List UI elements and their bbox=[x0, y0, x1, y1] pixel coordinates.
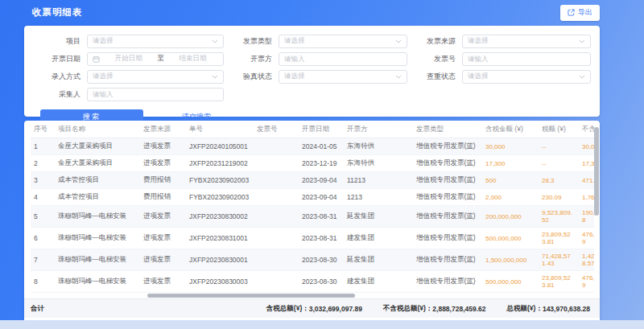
horizontal-scrollbar[interactable] bbox=[31, 293, 593, 298]
cell-source: 进项发票 bbox=[140, 271, 186, 293]
cell-type: 增值税专用发票(蓝) bbox=[413, 206, 482, 228]
cell-source: 费用报销 bbox=[140, 172, 186, 189]
table-header-row: 序号项目名称发票来源单号发票号开票日期开票方发票类型含税金额 (¥)税额 (¥)… bbox=[31, 121, 594, 138]
cell-orderNo: JXFP20230830002 bbox=[186, 206, 254, 228]
table-row[interactable]: 5珠穆朗玛峰—电梯安装进项发票JXFP202308300022023-08-31… bbox=[31, 206, 594, 228]
dup-status-select[interactable]: 请选择 bbox=[462, 70, 591, 84]
party-input[interactable] bbox=[284, 55, 402, 63]
export-button[interactable]: 导出 bbox=[560, 5, 600, 21]
chevron-down-icon bbox=[212, 39, 218, 43]
cell-taxIncluded: 500,000,000 bbox=[482, 228, 539, 249]
cell-date: 2023-12-19 bbox=[299, 155, 344, 172]
background-bottom-strip bbox=[0, 320, 644, 329]
filter-field-invoice-type: 发票类型 请选择 bbox=[224, 32, 407, 50]
cell-party: 延发集团 bbox=[344, 206, 413, 228]
filter-field-verify-status: 验真状态 请选择 bbox=[224, 68, 407, 85]
invoice-type-label: 发票类型 bbox=[224, 36, 279, 47]
cell-project: 金座大厦采购项目 bbox=[55, 138, 140, 155]
cell-type: 增值税专用发票(蓝) bbox=[413, 271, 482, 293]
column-header-project: 项目名称 bbox=[55, 121, 140, 138]
vertical-scrollbar-thumb[interactable] bbox=[594, 127, 599, 216]
cell-tax: -- bbox=[539, 138, 579, 155]
cell-taxExcluded: 17,300 bbox=[579, 155, 594, 172]
invoice-source-label: 发票来源 bbox=[407, 36, 462, 47]
cell-taxIncluded: 17,300 bbox=[482, 155, 539, 172]
dup-status-placeholder: 请选择 bbox=[468, 72, 489, 81]
cell-type: 增值税专用发票(蓝) bbox=[413, 189, 482, 206]
cell-index: 1 bbox=[31, 138, 55, 155]
cell-tax: -- bbox=[539, 155, 579, 172]
table-row[interactable]: 4成本管控项目费用报销FYBX202309020032023-09-041213… bbox=[31, 189, 594, 206]
date-end-placeholder: 结束日期 bbox=[167, 54, 218, 64]
cell-type: 增值税专用发票(蓝) bbox=[413, 138, 482, 155]
filter-field-dup-status: 查重状态 请选择 bbox=[407, 68, 591, 85]
invoice-date-label: 开票日期 bbox=[32, 54, 87, 64]
cell-taxExcluded: 1,769.91 bbox=[579, 189, 594, 206]
filter-field-party: 开票方 bbox=[224, 50, 407, 68]
cell-invoiceNo bbox=[254, 155, 299, 172]
cell-party: 建发集团 bbox=[344, 228, 413, 249]
column-header-party: 开票方 bbox=[344, 121, 413, 138]
cell-taxExcluded: 190,476,190.48 bbox=[579, 206, 594, 228]
cell-orderNo: JXFP20240105001 bbox=[186, 138, 254, 155]
invoice-type-placeholder: 请选择 bbox=[284, 36, 305, 46]
chevron-down-icon bbox=[579, 75, 585, 79]
cell-date: 2023-09-04 bbox=[299, 189, 344, 206]
filter-panel: 项目 请选择 发票类型 请选择 发票来源 请选择 开票日期 bbox=[24, 26, 600, 117]
cell-party: 1213 bbox=[344, 189, 413, 206]
entry-method-placeholder: 请选择 bbox=[93, 72, 114, 81]
cell-index: 5 bbox=[31, 206, 55, 228]
column-header-orderNo: 单号 bbox=[186, 121, 254, 138]
collector-input[interactable] bbox=[93, 90, 218, 98]
invoice-no-input-wrap bbox=[462, 52, 591, 66]
cell-invoiceNo bbox=[254, 206, 299, 228]
table-row[interactable]: 7珠穆朗玛峰—电梯安装进项发票JXFP202308300012023-08-30… bbox=[31, 249, 594, 271]
cell-project: 珠穆朗玛峰—电梯安装 bbox=[55, 206, 140, 228]
project-select[interactable]: 请选择 bbox=[87, 35, 224, 48]
cell-type: 增值税专用发票(蓝) bbox=[413, 228, 482, 249]
calendar-icon bbox=[93, 56, 100, 63]
total-tax-included-value: 3,032,699,097.89 bbox=[309, 305, 362, 313]
column-header-source: 发票来源 bbox=[140, 121, 186, 138]
invoice-no-input[interactable] bbox=[468, 55, 585, 63]
table-row[interactable]: 8珠穆朗玛峰—电梯安装进项发票JXFP202308300032023-08-30… bbox=[31, 271, 594, 293]
cell-invoiceNo bbox=[254, 172, 299, 189]
export-icon bbox=[568, 9, 575, 16]
cell-index: 7 bbox=[31, 249, 55, 271]
cell-date: 2023-08-30 bbox=[299, 271, 344, 293]
cell-taxExcluded: 30,000 bbox=[579, 138, 594, 155]
chevron-down-icon bbox=[579, 39, 585, 43]
filter-field-entry-method: 录入方式 请选择 bbox=[32, 68, 224, 85]
date-separator: 至 bbox=[157, 54, 164, 64]
cell-invoiceNo bbox=[254, 271, 299, 293]
total-tax-excluded-value: 2,888,728,459.62 bbox=[432, 305, 485, 313]
party-label: 开票方 bbox=[224, 54, 279, 64]
table-row[interactable]: 3成本管控项目费用报销FYBX202309020032023-09-041121… bbox=[31, 172, 594, 189]
project-placeholder: 请选择 bbox=[93, 36, 114, 46]
date-start-placeholder: 开始日期 bbox=[103, 54, 154, 64]
table-row[interactable]: 6珠穆朗玛峰—电梯安装进项发票JXFP202308310012023-08-31… bbox=[31, 228, 594, 249]
invoice-type-select[interactable]: 请选择 bbox=[279, 35, 407, 48]
column-header-type: 发票类型 bbox=[413, 121, 482, 138]
cell-party: 东海特供 bbox=[344, 155, 413, 172]
invoice-table-panel: 序号项目名称发票来源单号发票号开票日期开票方发票类型含税金额 (¥)税额 (¥)… bbox=[24, 121, 600, 324]
total-tax-label: 总税额(¥)： bbox=[507, 304, 543, 314]
cell-index: 6 bbox=[31, 228, 55, 249]
collector-label: 采集人 bbox=[32, 89, 87, 100]
table-row[interactable]: 2金座大厦采购项目进项发票JXFP202312190022023-12-19东海… bbox=[31, 155, 594, 172]
entry-method-select[interactable]: 请选择 bbox=[87, 70, 224, 84]
invoice-date-range-picker[interactable]: 开始日期 至 结束日期 bbox=[87, 52, 224, 66]
cell-source: 费用报销 bbox=[140, 189, 186, 206]
invoice-source-select[interactable]: 请选择 bbox=[462, 35, 591, 48]
cell-taxIncluded: 200,000,000 bbox=[482, 206, 539, 228]
filter-field-invoice-no: 发票号 bbox=[407, 50, 591, 68]
total-tax-excluded-label: 不含税总额(¥)： bbox=[383, 304, 432, 314]
verify-status-placeholder: 请选择 bbox=[284, 72, 305, 81]
horizontal-scrollbar-thumb[interactable] bbox=[147, 294, 355, 298]
entry-method-label: 录入方式 bbox=[32, 72, 87, 82]
verify-status-select[interactable]: 请选择 bbox=[279, 70, 407, 84]
cell-tax: 71,428,571.43 bbox=[539, 249, 579, 271]
cell-taxIncluded: 2,000 bbox=[482, 189, 539, 206]
table-row[interactable]: 1金座大厦采购项目进项发票JXFP202401050012024-01-05东海… bbox=[31, 138, 594, 155]
cell-invoiceNo bbox=[254, 228, 299, 249]
